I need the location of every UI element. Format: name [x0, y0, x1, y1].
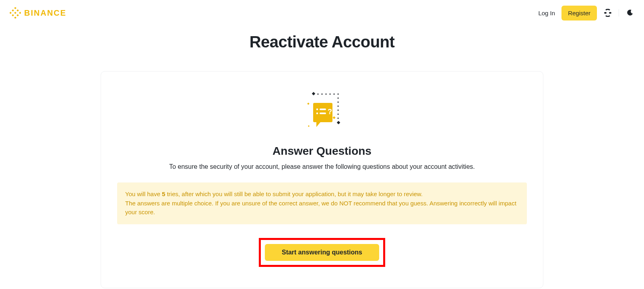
svg-point-23: [337, 117, 339, 119]
svg-rect-6: [17, 9, 19, 12]
svg-rect-7: [12, 14, 14, 16]
notice-box: You will have 5 tries, after which you w…: [117, 182, 527, 224]
svg-point-34: [316, 113, 318, 115]
svg-rect-1: [14, 16, 17, 18]
svg-rect-25: [312, 92, 315, 95]
section-title: Answer Questions: [117, 145, 527, 158]
notice-prefix: You will have: [125, 191, 162, 197]
login-link[interactable]: Log In: [538, 10, 555, 16]
svg-rect-0: [14, 7, 17, 9]
header-divider: [619, 9, 619, 16]
cta-highlight: Start answering questions: [259, 238, 385, 267]
svg-rect-4: [14, 12, 17, 14]
svg-point-14: [325, 93, 326, 94]
section-description: To ensure the security of your account, …: [117, 163, 527, 170]
language-icon[interactable]: [603, 8, 612, 17]
svg-rect-26: [337, 121, 340, 124]
header-actions: Log In Register: [538, 6, 634, 20]
svg-rect-8: [17, 14, 19, 16]
svg-rect-9: [604, 12, 607, 14]
svg-point-19: [337, 101, 339, 102]
svg-marker-31: [316, 122, 320, 127]
tries-count: 5: [162, 191, 165, 197]
svg-rect-33: [320, 109, 326, 110]
svg-rect-35: [320, 113, 326, 114]
main-card: ? Answer Questions To ensure the securit…: [101, 71, 543, 288]
start-answering-button[interactable]: Start answering questions: [265, 244, 379, 261]
svg-rect-3: [19, 12, 21, 14]
svg-rect-5: [12, 9, 14, 12]
brand-name: BINANCE: [24, 8, 66, 18]
binance-logo-icon: [10, 7, 21, 18]
svg-rect-27: [307, 102, 310, 105]
svg-rect-28: [332, 116, 335, 119]
svg-point-32: [316, 109, 318, 111]
dark-mode-icon[interactable]: [625, 8, 634, 17]
questions-illustration-icon: ?: [117, 91, 527, 137]
svg-point-16: [333, 93, 334, 94]
page-title: Reactivate Account: [0, 33, 644, 51]
svg-rect-2: [10, 12, 12, 14]
svg-rect-10: [609, 12, 611, 14]
svg-rect-29: [308, 125, 310, 127]
svg-point-17: [337, 93, 339, 94]
svg-point-15: [329, 93, 330, 94]
svg-point-22: [337, 113, 339, 115]
register-button[interactable]: Register: [561, 6, 597, 20]
svg-point-18: [337, 97, 339, 98]
notice-line-1: You will have 5 tries, after which you w…: [125, 190, 519, 199]
notice-line-2: The answers are multiple choice. If you …: [125, 199, 519, 217]
svg-point-20: [337, 105, 339, 107]
header: BINANCE Log In Register: [0, 0, 644, 26]
notice-suffix: tries, after which you will still be abl…: [165, 191, 423, 197]
svg-point-12: [317, 93, 318, 94]
svg-text:?: ?: [328, 108, 332, 116]
brand-logo[interactable]: BINANCE: [10, 7, 66, 18]
svg-point-21: [337, 109, 339, 111]
svg-point-13: [321, 93, 322, 94]
